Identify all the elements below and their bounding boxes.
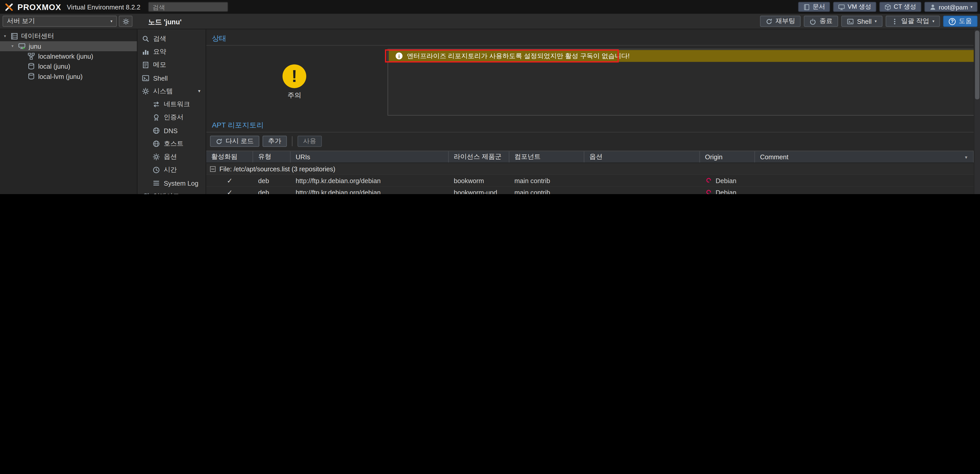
gear-icon bbox=[122, 18, 129, 25]
storage-icon bbox=[27, 62, 35, 70]
repo-table-body: File: /etc/apt/sources.list (3 repositor… bbox=[206, 163, 974, 194]
node-icon bbox=[18, 43, 25, 50]
col-suites[interactable]: 라이선스 제품군 bbox=[449, 151, 509, 162]
refresh-icon bbox=[142, 192, 149, 194]
shutdown-button[interactable]: 종료 bbox=[804, 16, 838, 27]
reboot-button[interactable]: 재부팅 bbox=[760, 16, 801, 27]
repo-row[interactable]: ✓ deb http://ftp.kr.debian.org/debian bo… bbox=[206, 175, 974, 187]
tree-item-node-junu[interactable]: ▾ junu bbox=[0, 41, 137, 51]
reload-button[interactable]: 다시 로드 bbox=[210, 136, 259, 147]
tree-expander-icon[interactable]: ▾ bbox=[10, 44, 15, 49]
documentation-button[interactable]: 문서 bbox=[798, 2, 830, 12]
status-section-header: 상태 bbox=[206, 32, 974, 46]
menu-item-summary[interactable]: 요약 bbox=[137, 45, 206, 58]
menu-item-time[interactable]: 시간 bbox=[137, 163, 206, 176]
subscription-warning-text: 엔터프라이즈 리포지토리가 사용하도록 설정되었지만 활성 구독이 없습니다! bbox=[407, 51, 630, 60]
menu-item-shell[interactable]: Shell bbox=[137, 71, 206, 84]
datacenter-icon bbox=[11, 32, 18, 40]
menu-item-options[interactable]: 옵션 bbox=[137, 150, 206, 163]
resource-tree: ▾ 데이터센터 ▾ junu localnetwork (junu) local… bbox=[0, 29, 137, 194]
menu-item-updates[interactable]: 업데이트▼ bbox=[137, 189, 206, 194]
top-bar-actions: 문서 VM 생성 CT 생성 root@pam ▾ bbox=[798, 2, 977, 12]
warning-exclamation-icon: ! bbox=[282, 64, 306, 88]
tree-item-localnetwork[interactable]: localnetwork (junu) bbox=[0, 51, 137, 61]
gears-icon bbox=[142, 87, 149, 94]
tree-item-datacenter[interactable]: ▾ 데이터센터 bbox=[0, 31, 137, 41]
power-icon bbox=[810, 18, 816, 25]
create-vm-button[interactable]: VM 생성 bbox=[833, 2, 876, 12]
help-button[interactable]: ? 도움 bbox=[943, 16, 977, 27]
enabled-check-icon: ✓ bbox=[206, 177, 253, 185]
menu-item-search[interactable]: 검색 bbox=[137, 32, 206, 45]
server-view-select[interactable]: 서버 보기 ▾ bbox=[3, 16, 117, 27]
terminal-icon bbox=[847, 18, 854, 25]
menu-item-notes[interactable]: 메모 bbox=[137, 58, 206, 71]
chevron-down-icon: ▾ bbox=[875, 19, 877, 23]
col-components[interactable]: 컴포넌트 bbox=[509, 151, 584, 162]
user-menu-button[interactable]: root@pam ▾ bbox=[924, 2, 978, 12]
repo-row[interactable]: ✓ deb http://ftp.kr.debian.org/debian bo… bbox=[206, 187, 974, 194]
warning-label: 주의 bbox=[272, 91, 317, 100]
debian-icon bbox=[705, 177, 713, 185]
tree-expander-icon[interactable]: ▾ bbox=[3, 34, 8, 39]
scrollbar-thumb[interactable] bbox=[975, 31, 979, 99]
add-button[interactable]: 추가 bbox=[262, 136, 287, 147]
menu-item-hosts[interactable]: 호스트 bbox=[137, 137, 206, 150]
menu-item-syslog[interactable]: System Log bbox=[137, 176, 206, 189]
col-enabled[interactable]: 활성화됨 bbox=[206, 151, 253, 162]
menu-item-certificates[interactable]: 인증서 bbox=[137, 111, 206, 124]
subscription-warning-row: i 엔터프라이즈 리포지토리가 사용하도록 설정되었지만 활성 구독이 없습니다… bbox=[389, 50, 977, 62]
certificate-icon bbox=[153, 113, 160, 121]
app-version: Virtual Environment 8.2.2 bbox=[67, 3, 140, 11]
list-icon bbox=[153, 179, 160, 186]
repo-table-header: 활성화됨 유형 URIs 라이선스 제품군 컴포넌트 옵션 Origin Com… bbox=[206, 151, 974, 163]
info-icon: i bbox=[396, 52, 402, 59]
bulk-actions-button[interactable]: 일괄 작업 ▾ bbox=[886, 16, 940, 27]
chevron-down-icon: ▾ bbox=[970, 5, 972, 9]
tree-item-local-lvm-storage[interactable]: local-lvm (junu) bbox=[0, 71, 137, 81]
column-menu-icon[interactable]: ▼ bbox=[964, 155, 968, 159]
refresh-icon bbox=[216, 138, 223, 145]
cube-icon bbox=[884, 3, 891, 10]
panel-title: 노드 'junu' bbox=[148, 17, 181, 27]
col-uris[interactable]: URIs bbox=[291, 151, 449, 162]
node-actions: 재부팅 종료 Shell ▾ 일괄 작업 ▾ ? 도움 bbox=[760, 16, 977, 27]
debian-icon bbox=[705, 189, 713, 194]
tree-item-local-storage[interactable]: local (junu) bbox=[0, 61, 137, 71]
search-icon bbox=[142, 35, 149, 42]
status-message-box: i 엔터프라이즈 리포지토리가 사용하도록 설정되었지만 활성 구독이 없습니다… bbox=[387, 49, 979, 116]
repo-group-row[interactable]: File: /etc/apt/sources.list (3 repositor… bbox=[206, 163, 974, 175]
apt-toolbar: 다시 로드 추가 사용 bbox=[206, 133, 321, 149]
help-icon: ? bbox=[949, 18, 956, 25]
note-icon bbox=[142, 61, 149, 68]
create-ct-button[interactable]: CT 생성 bbox=[879, 2, 921, 12]
enable-button[interactable]: 사용 bbox=[298, 136, 322, 147]
brand-name: PROXMOX bbox=[18, 2, 61, 12]
col-origin[interactable]: Origin bbox=[700, 151, 755, 162]
global-search-input[interactable] bbox=[148, 2, 228, 12]
menu-item-dns[interactable]: DNS bbox=[137, 124, 206, 137]
clock-icon bbox=[153, 166, 160, 173]
network-icon bbox=[27, 52, 35, 60]
apt-section-header: APT 리포지토리 bbox=[206, 119, 974, 133]
main-content: 상태 ! 주의 i 엔터프라이즈 리포지토리가 사용하도록 설정되었지만 활성 … bbox=[206, 29, 980, 194]
view-settings-button[interactable] bbox=[119, 16, 133, 27]
shell-button[interactable]: Shell ▾ bbox=[842, 16, 883, 27]
chevron-down-icon: ▾ bbox=[110, 19, 112, 23]
gear-icon bbox=[153, 153, 160, 160]
book-icon bbox=[803, 3, 810, 10]
col-options[interactable]: 옵션 bbox=[584, 151, 700, 162]
ellipsis-vertical-icon bbox=[891, 18, 898, 25]
col-type[interactable]: 유형 bbox=[253, 151, 290, 162]
storage-icon bbox=[27, 73, 35, 80]
col-comment[interactable]: Comment ▼ bbox=[755, 151, 974, 162]
enabled-check-icon: ✓ bbox=[206, 188, 253, 194]
node-menu: 검색 요약 메모 Shell 시스템▼ 네트워크 인증서 DNS 호스트 옵션 … bbox=[137, 29, 206, 194]
menu-item-network[interactable]: 네트워크 bbox=[137, 97, 206, 111]
collapse-icon[interactable] bbox=[210, 166, 216, 172]
menu-item-system[interactable]: 시스템▼ bbox=[137, 84, 206, 97]
content-scrollbar[interactable] bbox=[974, 29, 980, 194]
reboot-icon bbox=[765, 18, 772, 25]
node-toolbar: 서버 보기 ▾ 노드 'junu' 재부팅 종료 Shell ▾ 일괄 작업 ▾… bbox=[0, 14, 980, 29]
user-icon bbox=[929, 3, 936, 10]
